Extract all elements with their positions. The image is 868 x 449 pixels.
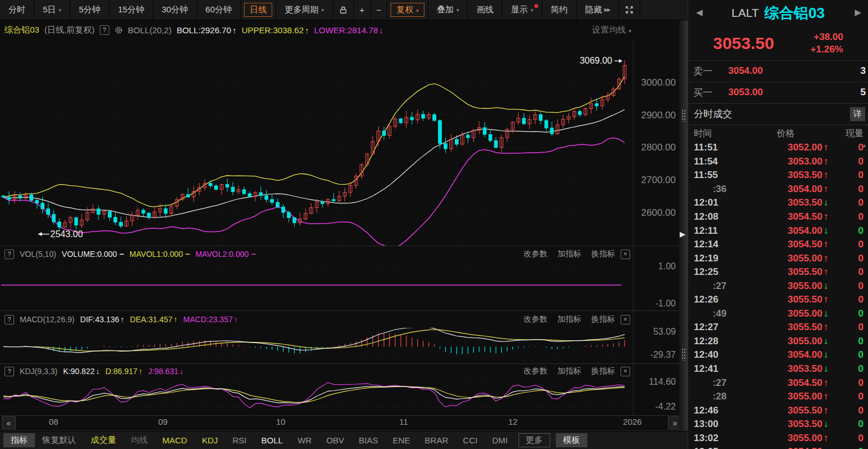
fullscreen-icon[interactable] bbox=[619, 0, 640, 20]
x-axis-label-2026: 2026 bbox=[623, 417, 641, 426]
indicator-tab-成交量[interactable]: 成交量 bbox=[83, 433, 123, 447]
indicator-tab-BIAS[interactable]: BIAS bbox=[352, 434, 386, 447]
divider-grip-icon[interactable] bbox=[681, 109, 686, 122]
kdj-help-icon[interactable]: ? bbox=[5, 367, 14, 376]
tape-row[interactable]: 12:463055.50↑0 bbox=[688, 403, 868, 417]
indicator-tab-BOLL[interactable]: BOLL bbox=[254, 434, 290, 447]
macd-action-换指标[interactable]: 换指标 bbox=[591, 314, 615, 324]
indicator-tab-均线[interactable]: 均线 bbox=[123, 433, 155, 447]
plus-icon-button[interactable]: + bbox=[354, 0, 371, 20]
tool-button-显示[interactable]: 显示▾ bbox=[502, 0, 542, 20]
collapse-arrow-icon[interactable]: ▶ bbox=[680, 230, 685, 238]
kdj-action-加指标[interactable]: 加指标 bbox=[557, 366, 581, 376]
tape-row[interactable]: :283055.00↑0 bbox=[688, 390, 868, 404]
tape-row[interactable]: 12:403054.00↓0 bbox=[688, 348, 868, 362]
tape-row[interactable]: :493055.00↓0 bbox=[688, 307, 868, 321]
indicator-tab-指标[interactable]: 指标 bbox=[3, 433, 35, 447]
tape-row[interactable]: 12:253055.50↑0 bbox=[688, 265, 868, 279]
tool-button-叠加[interactable]: 叠加▾ bbox=[428, 0, 468, 20]
next-symbol-icon[interactable]: ▶ bbox=[854, 7, 861, 17]
tape-row[interactable]: :273055.00↓0 bbox=[688, 279, 868, 293]
tool-button-画线[interactable]: 画线 bbox=[468, 0, 502, 20]
macd-close-icon[interactable]: × bbox=[621, 315, 630, 324]
tick-up-icon: ↑ bbox=[823, 266, 829, 278]
vol-action-改参数[interactable]: 改参数 bbox=[524, 249, 547, 259]
macd-panel-plot[interactable] bbox=[0, 328, 633, 364]
vol-value-0: VOLUME:0.000− bbox=[62, 250, 124, 259]
tape-row[interactable]: 13:003053.50↓0 bbox=[688, 417, 868, 432]
tape-row[interactable]: 11:543053.00↑0 bbox=[688, 155, 868, 169]
indicator-tab-BRAR[interactable]: BRAR bbox=[418, 434, 456, 447]
panel-divider[interactable]: ▶ bbox=[679, 20, 688, 431]
tape-row[interactable]: 12:113054.00↓0 bbox=[688, 224, 868, 238]
period-button-日线[interactable]: 日线 bbox=[241, 0, 276, 20]
tape-row[interactable]: :273054.50↑0 bbox=[688, 376, 868, 390]
tape-row[interactable]: 13:023055.00↑0 bbox=[688, 431, 868, 445]
period-button-5日[interactable]: 5日▾ bbox=[34, 0, 70, 20]
kdj-action-改参数[interactable]: 改参数 bbox=[524, 366, 547, 376]
vol-action-加指标[interactable]: 加指标 bbox=[557, 249, 581, 259]
indicator-tab-ENE[interactable]: ENE bbox=[386, 434, 418, 447]
tool-button-group: +−复权▾叠加▾画线显示▾简约隐藏▶▶ bbox=[333, 0, 640, 20]
indicator-tab-恢复默认[interactable]: 恢复默认 bbox=[35, 433, 83, 447]
scroll-left-button[interactable]: « bbox=[2, 416, 16, 429]
tape-price: 3053.50 bbox=[756, 197, 822, 208]
tape-row[interactable]: 12:263055.50↑0 bbox=[688, 293, 868, 307]
indicator-tab-MACD[interactable]: MACD bbox=[155, 434, 194, 447]
period-button-更多周期[interactable]: 更多周期▾ bbox=[276, 0, 333, 20]
vol-close-icon[interactable]: × bbox=[621, 250, 630, 259]
vol-action-换指标[interactable]: 换指标 bbox=[591, 249, 615, 259]
tape-row[interactable]: 12:013053.50↓0 bbox=[688, 196, 868, 210]
tool-button-隐藏[interactable]: 隐藏▶▶ bbox=[577, 0, 619, 20]
macd-action-加指标[interactable]: 加指标 bbox=[557, 314, 581, 324]
tape-row[interactable]: 12:193055.00↑0 bbox=[688, 251, 868, 265]
indicator-tab-OBV[interactable]: OBV bbox=[319, 434, 352, 447]
tape-row[interactable]: 13:053054.50↓0 bbox=[688, 445, 868, 449]
indicator-tab-CCI[interactable]: CCI bbox=[455, 434, 485, 447]
divider-grip-icon[interactable] bbox=[681, 348, 686, 361]
gear-icon[interactable] bbox=[114, 26, 123, 34]
tape-row[interactable]: :363054.00↑0 bbox=[688, 183, 868, 197]
indicator-tab-RSI[interactable]: RSI bbox=[225, 434, 254, 447]
period-button-30分钟[interactable]: 30分钟 bbox=[153, 0, 197, 20]
tool-button-简约[interactable]: 简约 bbox=[542, 0, 577, 20]
lock-icon[interactable] bbox=[333, 0, 354, 20]
tool-button-复权[interactable]: 复权▾ bbox=[387, 0, 428, 20]
ma-settings-button[interactable]: 设置均线▾ bbox=[592, 25, 631, 35]
indicator-header: 综合铝03 (日线,前复权) ? BOLL(20,2) BOLL:2926.70… bbox=[0, 20, 688, 39]
indicator-tab-更多[interactable]: 更多 bbox=[519, 433, 550, 447]
kdj-panel-plot[interactable] bbox=[0, 379, 633, 415]
minus-icon-button[interactable]: − bbox=[371, 0, 388, 20]
main-candlestick-chart[interactable]: 3069.002543.00 bbox=[0, 39, 633, 246]
tape-row[interactable]: 12:143054.50↑0 bbox=[688, 238, 868, 252]
vol-help-icon[interactable]: ? bbox=[5, 250, 14, 259]
tape-volume: 0 bbox=[858, 308, 863, 319]
indicator-tab-WR[interactable]: WR bbox=[290, 434, 319, 447]
period-button-60分钟[interactable]: 60分钟 bbox=[197, 0, 241, 20]
indicator-tab-KDJ[interactable]: KDJ bbox=[194, 434, 225, 447]
period-button-5分钟[interactable]: 5分钟 bbox=[70, 0, 109, 20]
kdj-close-icon[interactable]: × bbox=[621, 367, 630, 376]
tape-row[interactable]: 12:413053.50↓0 bbox=[688, 362, 868, 376]
tape-row[interactable]: 12:273055.50↑0 bbox=[688, 321, 868, 335]
tape-row[interactable]: 11:553053.50↑0 bbox=[688, 168, 868, 183]
tape-detail-button[interactable]: 详 bbox=[850, 107, 865, 121]
help-icon[interactable]: ? bbox=[100, 25, 109, 35]
tape-list[interactable]: 11:513052.00↑011:543053.00↑011:553053.50… bbox=[688, 141, 868, 449]
volume-panel-plot[interactable] bbox=[0, 262, 633, 311]
period-button-15分钟[interactable]: 15分钟 bbox=[109, 0, 153, 20]
indicator-tab-DMI[interactable]: DMI bbox=[485, 434, 515, 447]
tape-volume: 0 bbox=[858, 419, 863, 430]
tape-row[interactable]: 12:283055.00↓0 bbox=[688, 335, 868, 349]
indicator-tab-模板[interactable]: 模板 bbox=[556, 433, 587, 447]
macd-help-icon[interactable]: ? bbox=[5, 315, 14, 324]
period-button-分时[interactable]: 分时 bbox=[0, 0, 34, 20]
tape-volume: 0 bbox=[858, 336, 863, 347]
scroll-up-icon[interactable]: ▲ bbox=[862, 143, 867, 148]
prev-symbol-icon[interactable]: ◀ bbox=[696, 7, 703, 17]
macd-action-改参数[interactable]: 改参数 bbox=[524, 314, 547, 324]
tape-row[interactable]: 11:513052.00↑0 bbox=[688, 141, 868, 155]
tape-row[interactable]: 12:083054.50↑0 bbox=[688, 210, 868, 224]
kdj-action-换指标[interactable]: 换指标 bbox=[591, 366, 615, 376]
tape-volume: 0 bbox=[858, 363, 863, 375]
